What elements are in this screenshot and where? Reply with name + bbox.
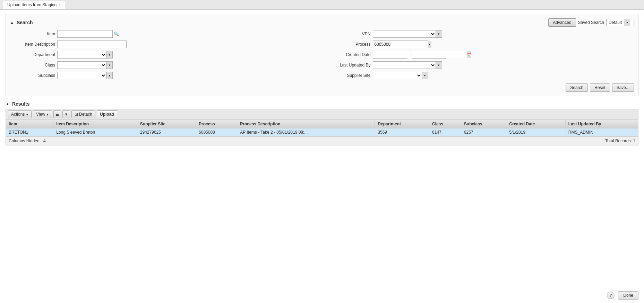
supplier-site-field-row: Supplier Site — [326, 72, 634, 79]
item-description-input[interactable] — [57, 41, 127, 48]
cell-6: 6147 — [429, 128, 461, 136]
save-button[interactable]: Save... — [612, 83, 634, 92]
filter-icon-btn[interactable]: ▼ — [62, 110, 70, 118]
item-input-container: 🔍 — [57, 30, 113, 38]
search-panel: ▲ Search Advanced Saved Search Default I… — [6, 14, 638, 96]
last-updated-by-label: Last Updated By — [326, 63, 371, 68]
last-updated-by-dropdown-btn[interactable] — [436, 62, 442, 69]
advanced-button[interactable]: Advanced — [548, 18, 576, 27]
vpn-label: VPN — [326, 32, 371, 36]
created-date-label: Created Date — [326, 52, 371, 57]
tab-close-btn[interactable]: × — [59, 3, 61, 7]
cell-0: BRETON1 — [6, 128, 53, 136]
columns-hidden-info: Columns Hidden 4 — [9, 139, 46, 143]
col-class: Class — [429, 120, 461, 128]
actions-label: Actions — [11, 112, 25, 117]
saved-search-value: Default — [607, 20, 624, 25]
columns-hidden-label: Columns Hidden — [9, 139, 40, 143]
col-created-date: Created Date — [506, 120, 565, 128]
results-table: Item Item Description Supplier Site Proc… — [6, 120, 638, 136]
col-supplier-site: Supplier Site — [137, 120, 196, 128]
table-row[interactable]: BRETON1Long Sleeved Breton29427962560050… — [6, 128, 638, 136]
subclass-field-row: Subclass — [10, 72, 319, 79]
saved-search-dropdown[interactable] — [624, 19, 630, 26]
tab-upload-items[interactable]: Upload Items from Staging × — [3, 1, 65, 9]
supplier-site-dropdown-btn[interactable] — [422, 72, 428, 79]
col-subclass: Subclass — [461, 120, 506, 128]
item-label: Item — [10, 32, 55, 36]
view-button[interactable]: View — [33, 110, 52, 118]
detach-button[interactable]: ⊡ Detach — [71, 110, 95, 118]
created-date-end-calendar[interactable]: 📅 — [467, 51, 471, 58]
created-date-end-container: 📅 — [412, 51, 446, 59]
date-range-container: 📅 - 📅 — [373, 51, 446, 59]
date-range-separator: - — [409, 52, 410, 57]
last-updated-by-container — [373, 61, 442, 69]
done-button[interactable]: Done — [618, 291, 638, 300]
supplier-site-label: Supplier Site — [326, 73, 371, 78]
vpn-select-container — [373, 30, 442, 38]
col-department: Department — [375, 120, 429, 128]
vpn-select[interactable] — [373, 30, 436, 37]
cell-5: 3569 — [375, 128, 429, 136]
search-header: ▲ Search Advanced Saved Search Default — [10, 18, 634, 27]
search-icon: 🔍 — [112, 32, 120, 36]
view-label: View — [36, 112, 45, 117]
process-field-row: Process — [326, 41, 634, 48]
search-button[interactable]: Search — [566, 83, 588, 92]
vpn-field-row: VPN — [326, 30, 634, 38]
actions-chevron — [26, 112, 28, 117]
process-dropdown-btn[interactable] — [428, 41, 431, 48]
total-records-info: Total Records: 1 — [605, 139, 635, 143]
results-section: ▲ Results Actions View ☰ ▼ ⊡ Detach Uplo… — [6, 101, 638, 145]
cell-9: RMS_ADMIN — [565, 128, 638, 136]
reset-button[interactable]: Reset — [590, 83, 610, 92]
department-dropdown-btn[interactable] — [106, 51, 112, 58]
supplier-site-select[interactable] — [373, 72, 422, 79]
class-select-container — [57, 61, 113, 69]
col-process-description: Process Description — [237, 120, 375, 128]
search-actions: Search Reset Save... — [10, 83, 634, 92]
results-toolbar: Actions View ☰ ▼ ⊡ Detach Upload — [6, 109, 638, 119]
cell-2: 294279625 — [137, 128, 196, 136]
results-toggle[interactable]: ▲ — [6, 102, 9, 106]
actions-button[interactable]: Actions — [8, 110, 32, 118]
col-item: Item — [6, 120, 53, 128]
department-select-container — [57, 51, 113, 59]
item-description-label: Item Description — [10, 42, 55, 47]
detach-icon: ⊡ — [75, 112, 78, 117]
results-footer: Columns Hidden 4 Total Records: 1 — [6, 137, 638, 145]
item-field-row: Item 🔍 — [10, 30, 319, 38]
upload-button[interactable]: Upload — [97, 110, 117, 118]
class-dropdown-btn[interactable] — [106, 62, 112, 69]
tab-bar: Upload Items from Staging × — [0, 0, 644, 10]
results-title: Results — [12, 101, 30, 107]
view-chevron — [46, 112, 49, 117]
cell-3: 6005008 — [196, 128, 237, 136]
created-date-start-container: 📅 — [373, 51, 407, 59]
vpn-dropdown-btn[interactable] — [436, 30, 442, 37]
cell-4: AP Items - Take 2 - 05/01/2019 08:... — [237, 128, 375, 136]
page-footer: ? Done — [601, 288, 644, 303]
department-select[interactable] — [58, 51, 106, 58]
grid-icon-btn[interactable]: ☰ — [53, 110, 61, 118]
subclass-select[interactable] — [58, 72, 106, 79]
last-updated-by-select[interactable] — [373, 62, 436, 69]
subclass-dropdown-btn[interactable] — [106, 72, 112, 79]
cell-7: 6257 — [461, 128, 506, 136]
search-title: Search — [17, 20, 33, 25]
class-field-row: Class — [10, 61, 319, 69]
class-label: Class — [10, 63, 55, 68]
class-select[interactable] — [58, 62, 106, 69]
subclass-label: Subclass — [10, 73, 55, 78]
help-button[interactable]: ? — [607, 292, 615, 299]
columns-hidden-value: 4 — [43, 139, 46, 143]
total-records-value: 1 — [633, 139, 635, 143]
item-input[interactable] — [58, 30, 112, 37]
cell-8: 5/1/2019 — [506, 128, 565, 136]
main-content: ▲ Search Advanced Saved Search Default I… — [0, 10, 644, 303]
process-input[interactable] — [373, 41, 428, 48]
saved-search-label: Saved Search — [578, 20, 604, 25]
search-toggle[interactable]: ▲ — [10, 20, 14, 25]
created-date-end-input[interactable] — [412, 51, 467, 58]
